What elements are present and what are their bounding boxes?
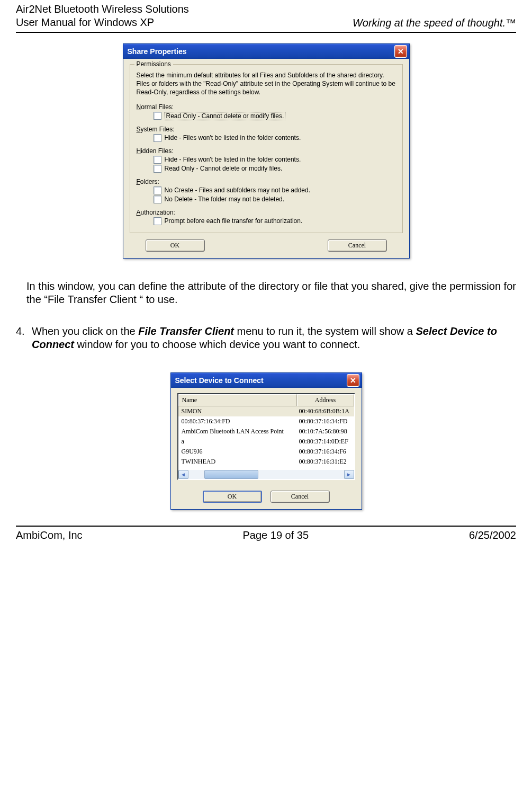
cancel-button[interactable]: Cancel: [328, 239, 387, 252]
table-row[interactable]: G9U9J600:80:37:16:34:F6: [178, 447, 354, 457]
folders-nocreate-label: No Create - Files and subfolders may not…: [165, 186, 310, 194]
device-name-cell: AmbiCom Bluetooth LAN Access Point: [178, 426, 296, 437]
scroll-left-icon[interactable]: ◄: [178, 470, 188, 479]
normal-files-label: Normal Files:: [137, 103, 396, 111]
header-title-block: Air2Net Bluetooth Wireless Solutions Use…: [16, 3, 189, 29]
explanation-paragraph: In this window, you can define the attri…: [26, 280, 516, 306]
hidden-readonly-row[interactable]: Read Only - Cannot delete or modify file…: [154, 165, 396, 173]
cancel-button[interactable]: Cancel: [270, 491, 330, 503]
page-footer: AmbiCom, Inc Page 19 of 35 6/25/2002: [16, 526, 516, 541]
authorization-label: Authorization:: [137, 209, 396, 216]
permissions-description: Select the minimum default attributes fo…: [137, 71, 396, 97]
footer-left: AmbiCom, Inc: [16, 529, 83, 541]
scroll-track[interactable]: [188, 470, 344, 479]
checkbox-icon[interactable]: [154, 217, 161, 225]
page-header: Air2Net Bluetooth Wireless Solutions Use…: [16, 0, 516, 33]
hidden-hide-row[interactable]: Hide - Files won't be listed in the fold…: [154, 156, 396, 164]
dialog-titlebar[interactable]: Share Properties ✕: [123, 44, 409, 59]
table-row[interactable]: AmbiCom Bluetooth LAN Access Point00:10:…: [178, 426, 354, 437]
header-line2: User Manual for Windows XP: [16, 16, 189, 29]
device-name-cell: 00:80:37:16:34:FD: [178, 416, 296, 426]
device-address-cell: 00:80:37:14:0D:EF: [296, 437, 354, 447]
folders-nodelete-row[interactable]: No Delete - The folder may not be delete…: [154, 195, 396, 203]
folders-nocreate-row[interactable]: No Create - Files and subfolders may not…: [154, 186, 396, 194]
device-address-cell: 00:80:37:16:34:FD: [296, 416, 354, 426]
column-header-address[interactable]: Address: [297, 394, 354, 406]
device-name-cell: SIMON: [178, 406, 296, 416]
horizontal-scrollbar[interactable]: ◄ ►: [178, 470, 354, 479]
device-name-cell: a: [178, 437, 296, 447]
step-number: 4.: [16, 325, 26, 351]
checkbox-icon[interactable]: [154, 134, 161, 142]
footer-right: 6/25/2002: [469, 529, 516, 541]
file-transfer-client-term: File Transfer Client: [138, 325, 234, 337]
auth-prompt-label: Prompt before each file transfer for aut…: [165, 217, 303, 225]
checkbox-icon[interactable]: [154, 156, 161, 164]
list-header: Name Address: [178, 394, 354, 406]
hidden-hide-label: Hide - Files won't be listed in the fold…: [165, 156, 301, 163]
checkbox-icon[interactable]: [154, 165, 161, 173]
share-properties-dialog: Share Properties ✕ Permissions Select th…: [123, 43, 410, 259]
device-name-cell: TWINHEAD: [178, 457, 296, 467]
system-files-label: System Files:: [137, 126, 396, 133]
ok-button[interactable]: OK: [146, 239, 205, 252]
auth-prompt-row[interactable]: Prompt before each file transfer for aut…: [154, 217, 396, 225]
footer-center: Page 19 of 35: [243, 529, 309, 541]
permissions-groupbox: Permissions Select the minimum default a…: [130, 64, 403, 233]
folders-label: Folders:: [137, 178, 396, 185]
normal-readonly-label: Read Only - Cannot delete or modify file…: [165, 112, 286, 120]
system-hide-label: Hide - Files won't be listed in the fold…: [165, 134, 301, 141]
device-name-cell: G9U9J6: [178, 447, 296, 457]
system-hide-row[interactable]: Hide - Files won't be listed in the fold…: [154, 134, 396, 142]
header-line1: Air2Net Bluetooth Wireless Solutions: [16, 3, 189, 16]
checkbox-icon[interactable]: [154, 186, 161, 194]
device-address-cell: 00:80:37:16:31:E2: [296, 457, 354, 467]
close-icon[interactable]: ✕: [347, 374, 359, 387]
close-icon[interactable]: ✕: [394, 45, 407, 58]
select-device-dialog: Select Device to Connect ✕ Name Address …: [170, 372, 362, 510]
normal-readonly-row[interactable]: Read Only - Cannot delete or modify file…: [154, 112, 396, 120]
scroll-right-icon[interactable]: ►: [344, 470, 354, 479]
hidden-readonly-label: Read Only - Cannot delete or modify file…: [165, 165, 283, 172]
column-header-name[interactable]: Name: [178, 394, 297, 406]
dialog-title: Share Properties: [128, 47, 187, 56]
step-text: When you click on the File Transfer Clie…: [32, 325, 516, 351]
table-row[interactable]: 00:80:37:16:34:FD00:80:37:16:34:FD: [178, 416, 354, 426]
dialog-titlebar[interactable]: Select Device to Connect ✕: [171, 373, 362, 388]
table-row[interactable]: SIMON00:40:68:6B:0B:1A: [178, 406, 354, 416]
scroll-thumb[interactable]: [204, 470, 258, 479]
step-4: 4. When you click on the File Transfer C…: [16, 325, 516, 351]
device-address-cell: 00:40:68:6B:0B:1A: [296, 406, 354, 416]
groupbox-title: Permissions: [134, 60, 173, 68]
hidden-files-label: Hidden Files:: [137, 147, 396, 155]
checkbox-icon[interactable]: [154, 112, 161, 120]
folders-nodelete-label: No Delete - The folder may not be delete…: [165, 195, 285, 203]
table-row[interactable]: TWINHEAD00:80:37:16:31:E2: [178, 457, 354, 467]
table-row[interactable]: a00:80:37:14:0D:EF: [178, 437, 354, 447]
ok-button[interactable]: OK: [203, 491, 262, 503]
device-address-cell: 00:10:7A:56:80:98: [296, 426, 354, 437]
header-tagline: Working at the speed of thought.™: [353, 17, 516, 29]
device-address-cell: 00:80:37:16:34:F6: [296, 447, 354, 457]
device-listbox[interactable]: Name Address SIMON00:40:68:6B:0B:1A00:80…: [177, 393, 355, 480]
checkbox-icon[interactable]: [154, 195, 161, 203]
dialog-title: Select Device to Connect: [175, 376, 264, 385]
